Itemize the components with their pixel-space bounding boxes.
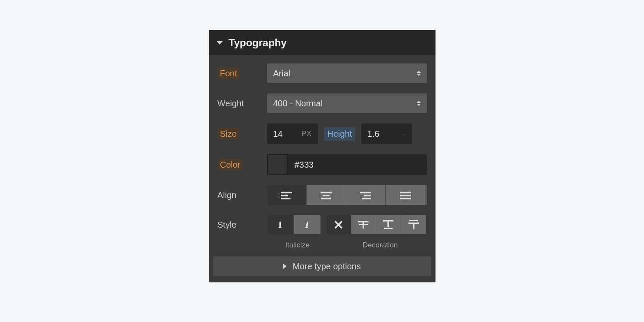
align-center-button[interactable] [307,185,346,205]
svg-rect-4 [323,195,330,196]
panel-body: Font Arial Weight 400 - Normal [209,55,435,251]
decoration-underline-button[interactable] [376,215,401,234]
style-row: Style I I [218,215,427,234]
style-sublabels: Italicize Decoration [267,241,427,250]
align-right-button[interactable] [346,185,386,205]
svg-rect-17 [384,228,393,229]
italic-on-button[interactable]: I [294,215,320,234]
svg-rect-0 [281,192,292,193]
align-left-button[interactable] [267,185,307,205]
style-label: Style [218,220,236,229]
align-label: Align [218,190,236,200]
size-row: Size 14 PX Height 1.6 - [218,123,427,144]
size-unit: PX [302,130,311,138]
typography-panel: Typography Font Arial Weight 400 - Norma… [209,30,435,282]
svg-rect-20 [413,223,414,229]
italic-icon: I [305,219,309,230]
caret-right-icon [283,264,287,269]
overline-icon [408,220,419,229]
svg-rect-3 [320,192,332,193]
svg-rect-18 [409,220,418,221]
svg-rect-11 [400,198,411,199]
svg-rect-10 [400,195,411,196]
caret-down-icon [217,41,223,45]
size-input[interactable]: 14 PX [267,123,318,144]
more-label: More type options [293,262,361,271]
svg-rect-6 [360,192,371,193]
color-input[interactable]: #333 [267,154,427,175]
align-justify-icon [400,191,411,199]
italic-off-button[interactable]: I [267,215,294,234]
panel-title: Typography [229,37,287,49]
svg-rect-8 [362,198,371,199]
svg-rect-14 [359,224,368,225]
decoration-none-button[interactable] [327,215,351,234]
italicize-sublabel: Italicize [267,241,328,250]
weight-label: Weight [218,99,244,108]
decoration-overline-button[interactable] [401,215,426,234]
align-justify-button[interactable] [386,185,425,205]
align-segment [267,185,427,205]
weight-select[interactable]: 400 - Normal [267,93,427,113]
height-input[interactable]: 1.6 - [361,123,412,144]
align-right-icon [360,191,371,199]
svg-rect-1 [281,195,288,196]
weight-row: Weight 400 - Normal [218,93,427,113]
panel-header[interactable]: Typography [209,30,435,55]
align-row: Align [218,185,427,205]
size-value: 14 [273,129,283,139]
svg-rect-7 [364,195,371,196]
decoration-sublabel: Decoration [334,241,427,250]
weight-value: 400 - Normal [273,99,323,108]
select-arrows-icon [417,101,421,106]
align-center-icon [320,191,332,199]
font-row: Font Arial [218,63,427,83]
align-left-icon [281,191,292,199]
decoration-segment [327,215,426,234]
italicize-segment: I I [267,215,320,234]
color-label: Color [218,159,243,171]
font-label: Font [218,67,240,79]
x-icon [335,221,342,229]
strikethrough-icon [358,220,369,229]
font-value: Arial [273,69,290,78]
decoration-strike-button[interactable] [351,215,376,234]
more-type-options-button[interactable]: More type options [213,256,431,276]
regular-icon: I [278,219,282,230]
svg-rect-9 [400,192,411,193]
svg-rect-2 [281,198,290,199]
color-row: Color #333 [218,154,427,175]
select-arrows-icon [417,71,421,76]
height-unit: - [403,130,406,138]
height-label: Height [324,127,356,141]
color-swatch[interactable] [267,154,288,175]
color-value: #333 [288,154,427,175]
size-label: Size [218,128,239,140]
underline-icon [383,220,393,229]
font-select[interactable]: Arial [267,63,427,83]
svg-rect-5 [321,198,331,199]
height-value: 1.6 [367,129,379,139]
svg-rect-16 [387,220,389,227]
